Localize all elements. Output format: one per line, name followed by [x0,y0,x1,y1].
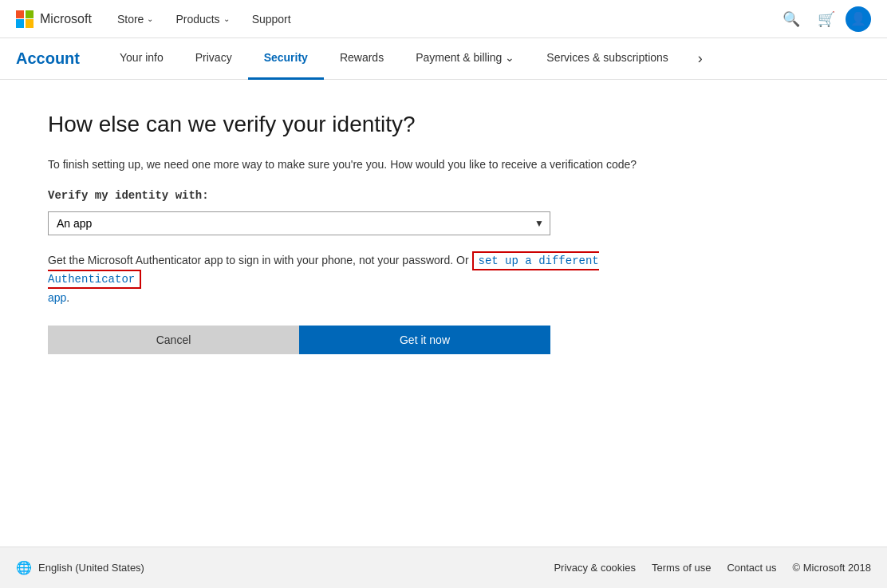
account-navigation: Account Your info Privacy Security Rewar… [0,38,887,80]
cart-button[interactable]: 🛒 [810,3,842,35]
services-nav-link[interactable]: Services & subscriptions [530,38,684,80]
yourinfo-nav-link[interactable]: Your info [104,38,179,80]
microsoft-logo-text: Microsoft [40,12,92,26]
security-nav-link[interactable]: Security [248,38,324,80]
main-content: How else can we verify your identity? To… [0,80,718,386]
store-chevron-icon: ⌄ [147,14,153,23]
account-label: Account [16,49,80,68]
verify-label: Verify my identity with: [48,189,670,202]
authenticator-description: Get the Microsoft Authenticator app to s… [48,251,670,306]
cancel-button[interactable]: Cancel [48,326,299,354]
button-row: Cancel Get it now [48,326,550,354]
microsoft-logo[interactable]: Microsoft [16,10,92,28]
identity-select[interactable]: An app Email Phone [48,211,550,235]
top-navigation: Microsoft Store ⌄ Products ⌄ Support 🔍 🛒… [0,0,887,38]
page-title: How else can we verify your identity? [48,112,670,137]
top-nav-icons: 🔍 🛒 👤 [775,3,871,35]
get-it-now-button[interactable]: Get it now [299,326,550,354]
user-avatar[interactable]: 👤 [846,6,871,32]
products-nav-link[interactable]: Products ⌄ [166,0,239,38]
payment-nav-link[interactable]: Payment & billing ⌄ [400,38,530,80]
top-nav-links: Store ⌄ Products ⌄ Support [108,0,775,38]
account-nav-links: Your info Privacy Security Rewards Payme… [104,38,871,79]
search-button[interactable]: 🔍 [775,3,807,35]
products-chevron-icon: ⌄ [223,14,230,23]
payment-chevron-icon: ⌄ [505,51,514,64]
more-nav-button[interactable]: › [684,38,716,80]
support-nav-link[interactable]: Support [242,0,301,38]
privacy-nav-link[interactable]: Privacy [179,38,248,80]
description-text: To finish setting up, we need one more w… [48,156,670,173]
app-link[interactable]: app [48,291,66,304]
identity-select-wrapper: An app Email Phone ▼ [48,211,550,235]
rewards-nav-link[interactable]: Rewards [324,38,400,80]
store-nav-link[interactable]: Store ⌄ [108,0,163,38]
